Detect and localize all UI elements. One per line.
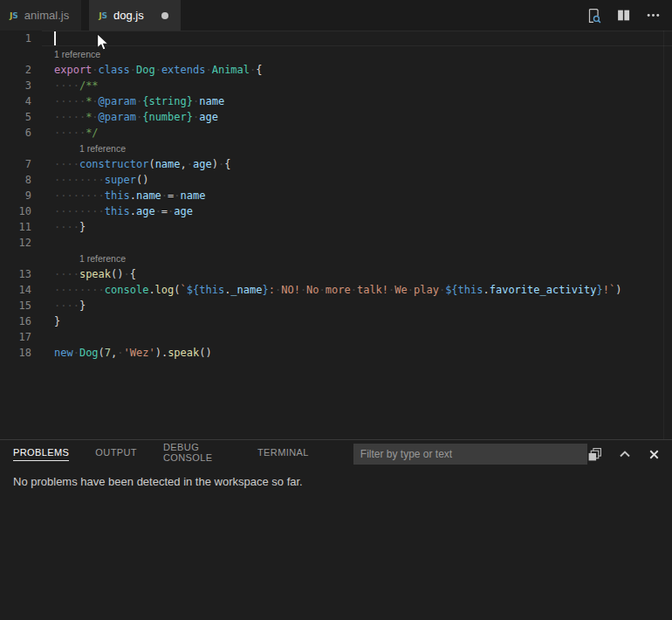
line-number: 6 <box>0 125 31 141</box>
code-line-18[interactable]: 18new·Dog(7,·'Wez').speak() <box>0 345 672 361</box>
code-text: ····} <box>31 298 86 313</box>
code-line-13[interactable]: 13····speak()·{ <box>0 266 672 282</box>
code-line-12[interactable]: 12 <box>0 235 672 251</box>
code-line-11[interactable]: 11····} <box>0 219 672 235</box>
line-number: 12 <box>0 235 31 251</box>
line-number: 16 <box>0 313 31 329</box>
code-text: ········console.log(`${this._name}:·NO!·… <box>31 282 621 298</box>
code-text: } <box>31 313 60 329</box>
code-line-5[interactable]: 5·····*·@param·{number}·age <box>0 109 672 125</box>
line-number: 8 <box>0 172 31 188</box>
close-panel-button[interactable] <box>648 448 661 461</box>
code-line-7[interactable]: 7····constructor(name,·age)·{ <box>0 156 672 172</box>
js-file-icon: JS <box>10 11 18 20</box>
panel-tab-problems[interactable]: PROBLEMS <box>13 447 69 461</box>
code-line-10[interactable]: 10········this.age·=·age <box>0 203 672 219</box>
tab-label: dog.js <box>113 9 144 22</box>
code-line-8[interactable]: 8········super() <box>0 172 672 188</box>
code-area: 11 reference2export·class·Dog·extends·An… <box>0 31 672 361</box>
code-line-15[interactable]: 15····} <box>0 298 672 313</box>
line-number: 4 <box>0 93 31 109</box>
code-text <box>31 235 54 251</box>
line-number: 3 <box>0 78 31 93</box>
code-text: new·Dog(7,·'Wez').speak() <box>31 345 212 361</box>
more-actions-button[interactable] <box>646 8 661 23</box>
code-line-9[interactable]: 9········this.name·=·name <box>0 188 672 203</box>
code-line-1[interactable]: 1 <box>0 31 672 46</box>
line-number: 13 <box>0 266 31 282</box>
js-file-icon: JS <box>99 11 107 20</box>
code-text: ·····*·@param·{string}·name <box>31 93 224 109</box>
code-text: ····constructor(name,·age)·{ <box>31 156 230 172</box>
split-editor-button[interactable] <box>616 8 631 23</box>
panel-tab-output[interactable]: OUTPUT <box>95 447 137 461</box>
line-number: 15 <box>0 298 31 313</box>
code-line-2[interactable]: 2export·class·Dog·extends·Animal·{ <box>0 62 672 78</box>
problems-filter-input[interactable] <box>353 444 587 465</box>
code-line-16[interactable]: 16} <box>0 313 672 329</box>
panel-tabs: PROBLEMSOUTPUTDEBUG CONSOLETERMINAL <box>13 442 335 466</box>
editor-tab-bar: JSanimal.jsJSdog.js <box>0 0 672 31</box>
text-cursor <box>54 31 56 45</box>
line-number: 1 <box>0 31 31 46</box>
code-text: ········this.name·=·name <box>31 188 205 203</box>
panel-tab-terminal[interactable]: TERMINAL <box>257 447 309 461</box>
editor-tab-bar-tabs: JSanimal.jsJSdog.js <box>0 0 181 31</box>
code-line-6[interactable]: 6·····*/ <box>0 125 672 141</box>
problems-empty-message: No problems have been detected in the wo… <box>0 468 672 488</box>
editor-tab-dog-js[interactable]: JSdog.js <box>89 0 181 31</box>
collapse-all-button[interactable] <box>587 447 602 462</box>
line-number: 2 <box>0 62 31 78</box>
code-text: ·····*/ <box>31 125 99 141</box>
code-text: ·····*·@param·{number}·age <box>31 109 218 125</box>
modified-indicator[interactable] <box>161 12 168 19</box>
code-text: export·class·Dog·extends·Animal·{ <box>31 62 263 78</box>
line-number: 14 <box>0 282 31 298</box>
codelens-reference[interactable]: 1 reference <box>0 251 672 266</box>
line-number: 17 <box>0 329 31 345</box>
panel-header: PROBLEMSOUTPUTDEBUG CONSOLETERMINAL <box>0 440 672 468</box>
editor-tab-animal-js[interactable]: JSanimal.js <box>0 0 81 31</box>
editor-scrollbar[interactable] <box>663 31 672 439</box>
code-line-4[interactable]: 4·····*·@param·{string}·name <box>0 93 672 109</box>
codelens-reference[interactable]: 1 reference <box>0 46 672 62</box>
chevron-up-icon <box>618 447 632 461</box>
code-editor[interactable]: 11 reference2export·class·Dog·extends·An… <box>0 31 672 439</box>
code-text: ········this.age·=·age <box>31 203 193 219</box>
line-number: 11 <box>0 219 31 235</box>
code-line-17[interactable]: 17 <box>0 329 672 345</box>
code-text: ····/** <box>31 78 99 93</box>
file-search-icon <box>586 8 601 24</box>
codelens-reference[interactable]: 1 reference <box>0 141 672 156</box>
code-line-3[interactable]: 3····/** <box>0 78 672 93</box>
code-text: ····speak()·{ <box>31 266 136 282</box>
code-text <box>31 31 54 46</box>
editor-actions <box>586 0 672 31</box>
close-icon <box>648 448 661 461</box>
line-number: 9 <box>0 188 31 203</box>
bottom-panel: PROBLEMSOUTPUTDEBUG CONSOLETERMINAL <box>0 439 672 620</box>
tab-label: animal.js <box>24 9 69 22</box>
panel-tab-debug-console[interactable]: DEBUG CONSOLE <box>163 442 231 466</box>
code-text <box>31 329 54 345</box>
split-editor-icon <box>616 8 631 23</box>
collapse-all-icon <box>587 447 602 462</box>
open-preview-button[interactable] <box>586 8 601 24</box>
code-text: ····} <box>31 219 86 235</box>
code-line-14[interactable]: 14········console.log(`${this._name}:·NO… <box>0 282 672 298</box>
line-number: 18 <box>0 345 31 361</box>
line-number: 10 <box>0 203 31 219</box>
line-number: 7 <box>0 156 31 172</box>
line-number: 5 <box>0 109 31 125</box>
code-text: ········super() <box>31 172 148 188</box>
maximize-panel-button[interactable] <box>618 447 632 461</box>
panel-header-icons <box>587 447 672 462</box>
ellipsis-icon <box>646 8 661 23</box>
